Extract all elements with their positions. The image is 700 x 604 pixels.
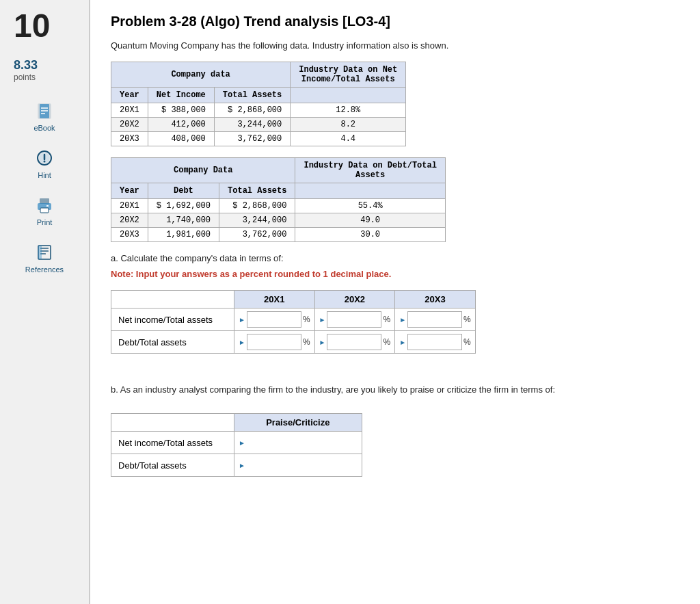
praise-blank-header: [111, 414, 234, 432]
arrow-icon-p: ►: [239, 439, 245, 447]
table-row: 20X3 1,981,000 3,762,000 30.0: [111, 228, 446, 242]
answer-a-label: Debt/Total assets: [111, 331, 234, 354]
table1-col-year: Year: [111, 88, 148, 103]
svg-rect-9: [40, 198, 49, 204]
print-label: Print: [37, 218, 53, 226]
praise-input[interactable]: [248, 457, 358, 473]
t1-year: 20X1: [111, 103, 148, 118]
sidebar-item-hint[interactable]: Hint: [21, 143, 68, 183]
table1-header-left: Company data: [111, 62, 291, 88]
references-label: References: [25, 265, 64, 274]
t1-year: 20X2: [111, 118, 148, 132]
print-icon: [33, 194, 55, 216]
sidebar: 10 8.33 points eBook: [0, 0, 89, 604]
sidebar-item-references[interactable]: References: [21, 237, 68, 278]
percent-sign-a3: %: [463, 337, 471, 347]
section-a-note: Note: Input your answers as a percent ro…: [111, 269, 679, 279]
t1-net-income: $ 388,000: [148, 103, 214, 118]
t2-debt: 1,981,000: [148, 228, 219, 242]
t2-year: 20X3: [111, 228, 148, 242]
table2-col-debt: Debt: [148, 183, 219, 199]
table2-col-year: Year: [111, 183, 148, 199]
company-data-table1: Company data Industry Data on Net Income…: [111, 62, 406, 146]
t2-debt: 1,740,000: [148, 213, 219, 228]
t1-total-assets: $ 2,868,000: [214, 103, 290, 118]
arrow-icon-p: ►: [239, 462, 245, 469]
praise-row: Debt/Total assets ►: [111, 454, 362, 477]
answer-a-20x3-input-group: ► %: [399, 311, 471, 328]
t1-year: 20X3: [111, 132, 148, 146]
answer-a-20x2-input[interactable]: [327, 334, 381, 350]
answer-row: Net income/Total assets ► % ► % ►: [111, 308, 476, 331]
answer-row: Debt/Total assets ► % ► % ►: [111, 331, 476, 354]
praise-table: Praise/Criticize Net income/Total assets…: [111, 413, 362, 477]
t2-industry: 49.0: [295, 213, 445, 228]
answer-table-a-20x2-header: 20X2: [314, 291, 395, 308]
answer-table-a-20x1-header: 20X1: [234, 291, 315, 308]
t1-industry: 12.8%: [291, 103, 406, 118]
sidebar-item-ebook[interactable]: eBook: [21, 96, 68, 136]
references-icon: [33, 241, 55, 263]
hint-label: Hint: [38, 171, 51, 179]
table-row: 20X3 408,000 3,762,000 4.4: [111, 132, 406, 146]
percent-sign-a2: %: [383, 315, 390, 324]
table1-header-right: Industry Data on Net Income/Total Assets: [291, 62, 406, 88]
t2-industry: 30.0: [295, 228, 445, 242]
t1-industry: 4.4: [291, 132, 406, 146]
answer-a-20x2-input-group: ► %: [319, 311, 391, 328]
company-data-table2: Company Data Industry Data on Debt/Total…: [111, 157, 446, 242]
percent-sign-a2: %: [383, 337, 390, 347]
t1-net-income: 412,000: [148, 118, 214, 132]
table-row: 20X1 $ 388,000 $ 2,868,000 12.8%: [111, 103, 406, 118]
t2-debt: $ 1,692,000: [148, 199, 219, 213]
percent-sign-a3: %: [463, 315, 471, 324]
t1-net-income: 408,000: [148, 132, 214, 146]
answer-a-20x2-input-group: ► %: [319, 334, 391, 350]
problem-title: Problem 3-28 (Algo) Trend analysis [LO3-…: [111, 14, 679, 29]
section-a-instruction: a. Calculate the company's data in terms…: [111, 253, 679, 263]
section-b-instruction: b. As an industry analyst comparing the …: [111, 384, 679, 395]
points-value: 8.33: [14, 58, 38, 73]
answer-a-20x2-input[interactable]: [327, 311, 381, 328]
answer-table-a: 20X1 20X2 20X3 Net income/Total assets ►…: [111, 290, 476, 354]
ebook-label: eBook: [33, 124, 55, 132]
table-row: 20X2 412,000 3,244,000 8.2: [111, 118, 406, 132]
answer-a-20x1-input[interactable]: [247, 334, 301, 350]
praise-answer-cell: ►: [234, 432, 362, 454]
answer-a-20x3-input[interactable]: [407, 334, 462, 350]
answer-a-20x1-input[interactable]: [247, 311, 301, 328]
book-icon: [33, 100, 55, 122]
answer-a-20x1-cell: ► %: [234, 331, 315, 354]
table2-header-left: Company Data: [111, 158, 295, 183]
arrow-icon-a3: ►: [399, 339, 406, 346]
svg-point-8: [44, 161, 46, 163]
t2-industry: 55.4%: [295, 199, 445, 213]
sidebar-nav: eBook Hint Pri: [0, 96, 89, 278]
problem-description: Quantum Moving Company has the following…: [111, 40, 679, 51]
t1-total-assets: 3,762,000: [214, 132, 290, 146]
answer-a-20x1-input-group: ► %: [239, 311, 310, 328]
svg-rect-11: [40, 208, 49, 213]
answer-a-20x2-cell: ► %: [314, 331, 395, 354]
svg-rect-17: [38, 246, 42, 259]
answer-a-20x1-input-group: ► %: [239, 334, 310, 350]
table1-col-netincome: Net Income: [148, 88, 214, 103]
answer-a-20x3-input[interactable]: [407, 311, 462, 328]
table-row: 20X2 1,740,000 3,244,000 49.0: [111, 213, 446, 228]
answer-a-label: Net income/Total assets: [111, 308, 234, 331]
table2-col-totalassets: Total Assets: [219, 183, 295, 199]
hint-icon: [33, 147, 55, 169]
t1-total-assets: 3,244,000: [214, 118, 290, 132]
main-content: Problem 3-28 (Algo) Trend analysis [LO3-…: [89, 0, 700, 604]
page-number: 10: [0, 7, 50, 44]
answer-table-a-20x3-header: 20X3: [395, 291, 476, 308]
answer-a-20x3-input-group: ► %: [399, 334, 471, 350]
sidebar-item-print[interactable]: Print: [21, 190, 68, 231]
answer-a-20x3-cell: ► %: [395, 308, 476, 331]
t2-total-assets: 3,762,000: [219, 228, 295, 242]
praise-input[interactable]: [248, 434, 358, 451]
praise-col-header: Praise/Criticize: [234, 414, 362, 432]
points-label: points: [14, 73, 38, 82]
t1-industry: 8.2: [291, 118, 406, 132]
answer-a-20x1-cell: ► %: [234, 308, 315, 331]
